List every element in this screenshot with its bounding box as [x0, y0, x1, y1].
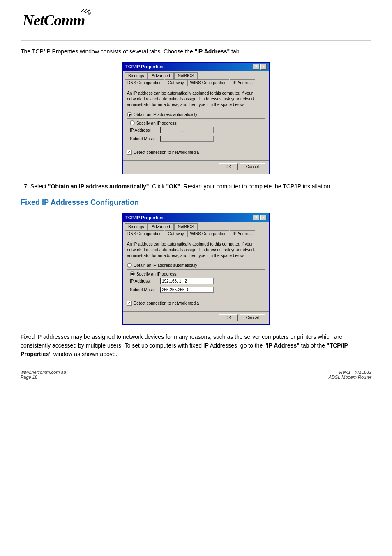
step7-bold2: "OK" [166, 183, 180, 190]
dialog2-tabs-top: Bindings Advanced NetBIOS [123, 222, 269, 230]
body-text2: tab of the [300, 342, 327, 349]
subnet-field-row: Subnet Mask: . . . [130, 136, 262, 142]
tab-ipaddress[interactable]: IP Address [230, 79, 255, 86]
d2-subnet-input[interactable]: 255.255.255. 0 [160, 287, 214, 293]
dialog2-ok-btn[interactable]: OK [219, 314, 237, 321]
svg-text:NetComm: NetComm [22, 12, 85, 29]
d2-tab-ipaddress[interactable]: IP Address [230, 230, 255, 237]
d2-subnet-field-row: Subnet Mask: 255.255.255. 0 [130, 287, 262, 293]
subnet-label: Subnet Mask: [130, 137, 159, 141]
d2-tab-bindings[interactable]: Bindings [125, 223, 148, 230]
ip-seg1 [162, 128, 171, 132]
d2-tab-netbios[interactable]: NetBIOS [174, 223, 198, 230]
d2-radio-auto-row[interactable]: Obtain an IP address automatically [127, 263, 265, 268]
d2-radio-specify[interactable] [130, 271, 135, 276]
footer-website: www.netcomm.com.au [21, 370, 66, 375]
subnet-seg4 [195, 137, 204, 141]
dialog1-titlebar: TCP/IP Properties ? × [123, 63, 269, 71]
footer-revision: Rev.1 - YML632 [329, 370, 371, 375]
dialog2-wrapper: TCP/IP Properties ? × Bindings Advanced … [21, 213, 371, 325]
dialog1-title: TCP/IP Properties [125, 64, 164, 69]
netcomm-logo: NetComm ® [21, 8, 371, 31]
intro-bold: "IP Address" [195, 48, 230, 55]
checkbox-label: Detect connection to network media [134, 150, 199, 155]
specify-group: Specify an IP address: IP Address: . . . [127, 118, 265, 146]
radio-auto-row[interactable]: Obtain an IP address automatically [127, 112, 265, 117]
body-text3: window as shown above. [52, 351, 118, 357]
tab-bindings[interactable]: Bindings [125, 72, 148, 79]
body-paragraph: Fixed IP addresses may be assigned to ne… [21, 333, 371, 359]
step7-text2: . Click [149, 183, 166, 190]
d2-tab-dns[interactable]: DNS Configuration [125, 230, 164, 237]
footer-right: Rev.1 - YML632 ADSL Modem Router [329, 370, 371, 380]
dialog1-wrapper: TCP/IP Properties ? × Bindings Advanced … [21, 62, 371, 174]
step7-text1: Select [30, 183, 48, 190]
dialog1-ok-btn[interactable]: OK [219, 163, 237, 170]
steps-list: Select "Obtain an IP address automatical… [30, 182, 371, 191]
d2-checkbox-row[interactable]: ✓ Detect connection to network media [127, 301, 265, 306]
dialog1-titlebar-buttons: ? × [253, 64, 267, 70]
dialog2-close-btn[interactable]: × [260, 215, 267, 220]
dialog2-titlebar: TCP/IP Properties ? × [123, 213, 269, 222]
d2-radio-auto-label: Obtain an IP address automatically [134, 263, 197, 268]
d2-ip-display: 192.168. 1 . 2 [162, 279, 187, 283]
subnet-seg3 [184, 137, 193, 141]
checkbox-detect[interactable]: ✓ [127, 150, 132, 155]
d2-subnet-display: 255.255.255. 0 [162, 287, 189, 292]
dialog2-title: TCP/IP Properties [125, 215, 164, 220]
page-footer: www.netcomm.com.au Page 16 Rev.1 - YML63… [21, 367, 371, 380]
tab-advanced[interactable]: Advanced [148, 72, 173, 79]
body-bold1: "IP Address" [264, 342, 300, 349]
dialog2-help-btn[interactable]: ? [253, 215, 259, 220]
d2-ip-field-row: IP Address: 192.168. 1 . 2 [130, 278, 262, 284]
section-heading: Fixed IP Addresses Configuration [21, 198, 371, 207]
d2-checkbox-label: Detect connection to network media [134, 301, 199, 306]
ip-field-row: IP Address: . . . [130, 127, 262, 133]
subnet-input: . . . [160, 136, 214, 142]
radio-auto-label: Obtain an IP address automatically [134, 112, 197, 117]
dialog1-tabs-top: Bindings Advanced NetBIOS [123, 71, 269, 79]
ip-label: IP Address: [130, 128, 159, 132]
ip-seg3 [184, 128, 193, 132]
step7-bold1: "Obtain an IP address automatically" [48, 183, 149, 190]
subnet-seg1 [162, 137, 171, 141]
d2-ip-input[interactable]: 192.168. 1 . 2 [160, 278, 214, 284]
tab-gateway[interactable]: Gateway [165, 79, 187, 86]
radio-specify[interactable] [130, 120, 135, 125]
d2-tab-advanced[interactable]: Advanced [148, 223, 173, 230]
dialog1-cancel-btn[interactable]: Cancel [240, 163, 265, 170]
d2-radio-specify-row[interactable]: Specify an IP address: [130, 271, 262, 276]
ip-input: . . . [160, 127, 214, 133]
dialog2-titlebar-buttons: ? × [253, 215, 267, 220]
d2-radio-auto[interactable] [127, 263, 132, 268]
radio-auto[interactable] [127, 112, 132, 117]
d2-checkbox-detect[interactable]: ✓ [127, 301, 132, 306]
dialog2-cancel-btn[interactable]: Cancel [240, 314, 265, 321]
radio-specify-label: Specify an IP address: [136, 121, 178, 125]
tab-netbios[interactable]: NetBIOS [174, 72, 198, 79]
footer-left: www.netcomm.com.au Page 16 [21, 370, 66, 380]
intro-paragraph: The TCP/IP Properties window consists of… [21, 47, 371, 56]
subnet-seg2 [173, 137, 182, 141]
tab-dns[interactable]: DNS Configuration [125, 79, 164, 86]
d2-specify-group: Specify an IP address: IP Address: 192.1… [127, 269, 265, 297]
dialog1-help-btn[interactable]: ? [253, 64, 259, 70]
radio-specify-row[interactable]: Specify an IP address: [130, 120, 262, 125]
dialog2-content: An IP address can be automatically assig… [123, 238, 269, 309]
footer-product: ADSL Modem Router [329, 375, 371, 380]
ip-seg2 [173, 128, 182, 132]
d2-radio-specify-label: Specify an IP address: [136, 272, 178, 276]
d2-tab-wins[interactable]: WINS Configuration [187, 230, 229, 237]
dialog1-close-btn[interactable]: × [260, 64, 267, 70]
checkbox-row[interactable]: ✓ Detect connection to network media [127, 150, 265, 155]
dialog1: TCP/IP Properties ? × Bindings Advanced … [122, 62, 270, 174]
d2-tab-gateway[interactable]: Gateway [165, 230, 187, 237]
dialog2: TCP/IP Properties ? × Bindings Advanced … [122, 213, 270, 325]
footer-page: Page 16 [21, 375, 66, 380]
logo-svg: NetComm ® [21, 8, 95, 31]
ip-seg4 [195, 128, 204, 132]
intro-text2: tab. [230, 48, 241, 55]
tab-wins[interactable]: WINS Configuration [187, 79, 229, 86]
intro-text: The TCP/IP Properties window consists of… [21, 48, 195, 55]
d2-subnet-label: Subnet Mask: [130, 287, 159, 292]
